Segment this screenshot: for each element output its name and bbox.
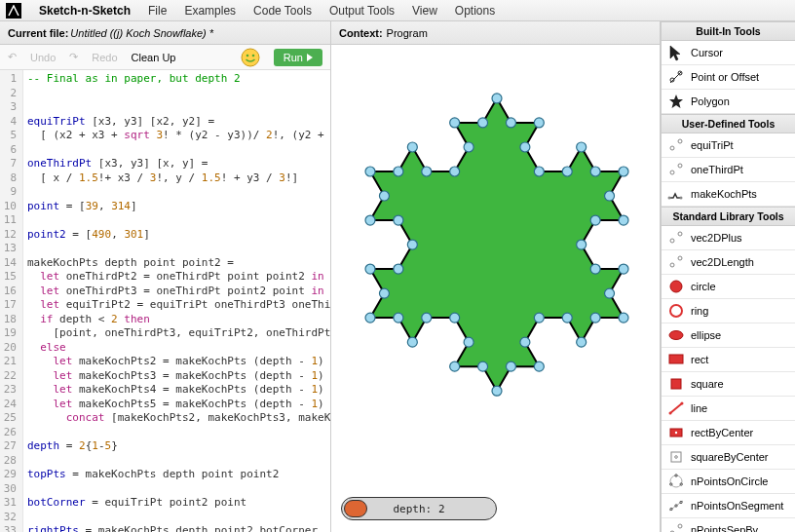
tool-vec2DLength[interactable]: vec2DLength [662,250,795,275]
tool-rect[interactable]: rect [662,348,795,372]
koch-vertex[interactable] [365,313,375,323]
depth-slider[interactable]: depth: 2 [341,497,497,520]
koch-vertex[interactable] [506,118,515,128]
tool-makeKochPts[interactable]: makeKochPts [662,182,795,207]
current-file-name: Untitled ((j) Koch Snowflake) * [70,27,213,39]
koch-vertex[interactable] [464,142,473,152]
koch-vertex[interactable] [534,361,544,371]
code-editor[interactable]: 1 2 3 4 5 6 7 8 9 10 11 12 13 14 15 16 1… [0,70,330,532]
koch-vertex[interactable] [590,264,600,274]
menu-output-tools[interactable]: Output Tools [329,4,395,18]
koch-vertex[interactable] [520,337,530,347]
koch-vertex[interactable] [605,288,615,298]
output-canvas[interactable]: depth: 2 [331,45,660,532]
koch-vertex[interactable] [394,215,403,225]
koch-vertex[interactable] [422,167,432,176]
context-label: Context: [339,27,383,39]
koch-vertex[interactable] [450,167,460,176]
tool-label: squareByCenter [691,451,769,463]
menu-options[interactable]: Options [455,4,495,18]
tool-rectByCenter[interactable]: rectByCenter [662,421,795,445]
editor-pane: Current file: Untitled ((j) Koch Snowfla… [0,21,331,532]
tool-square[interactable]: square [662,372,795,397]
polygon-icon [667,93,685,110]
koch-vertex[interactable] [590,313,600,323]
koch-vertex[interactable] [365,167,375,176]
koch-vertex[interactable] [534,167,544,176]
koch-vertex[interactable] [562,167,572,176]
svg-point-14 [670,263,674,267]
menu-file[interactable]: File [148,4,167,18]
tool-squareByCenter[interactable]: squareByCenter [662,445,795,470]
tool-label: ring [691,305,708,317]
koch-vertex[interactable] [619,167,628,176]
svg-point-2 [252,54,255,57]
koch-vertex[interactable] [407,337,417,347]
koch-vertex[interactable] [577,240,587,249]
tool-nPointsOnCircle[interactable]: nPointsOnCircle [662,470,795,494]
tool-oneThirdPt[interactable]: oneThirdPt [662,158,795,182]
tool-polygon[interactable]: Polygon [662,90,795,114]
svg-point-13 [678,232,682,236]
svg-line-21 [670,403,682,413]
koch-vertex[interactable] [450,118,460,128]
tool-line[interactable]: line [662,397,795,421]
redo-button[interactable]: Redo [92,52,117,63]
koch-vertex[interactable] [619,313,628,323]
menu-code-tools[interactable]: Code Tools [253,4,312,18]
koch-vertex[interactable] [506,361,515,371]
koch-vertex[interactable] [450,361,460,371]
koch-vertex[interactable] [407,142,417,152]
koch-vertex[interactable] [379,191,389,201]
koch-vertex[interactable] [365,264,375,274]
tool-equiTriPt[interactable]: equiTriPt [662,133,795,158]
tool-circle[interactable]: circle [662,275,795,299]
koch-vertex[interactable] [605,191,615,201]
koch-vertex[interactable] [590,167,600,176]
tool-label: ellipse [691,329,721,341]
koch-vertex[interactable] [562,313,572,323]
koch-vertex[interactable] [464,337,473,347]
run-button[interactable]: Run [274,49,322,66]
svg-point-6 [670,146,674,150]
tool-nPointsSepBy[interactable]: nPointsSepBy [662,518,795,532]
koch-vertex[interactable] [492,94,502,103]
tool-cursor[interactable]: Cursor [662,41,795,65]
undo-button[interactable]: Undo [30,52,56,63]
koch-vertex[interactable] [492,386,502,396]
cleanup-button[interactable]: Clean Up [132,52,176,63]
koch-vertex[interactable] [394,167,403,176]
menu-examples[interactable]: Examples [184,4,236,18]
koch-vertex[interactable] [590,215,600,225]
koch-vertex[interactable] [577,142,587,152]
tool-label: equiTriPt [691,139,734,151]
koch-vertex[interactable] [619,264,628,274]
koch-vertex[interactable] [379,288,389,298]
koch-vertex[interactable] [577,337,587,347]
menu-view[interactable]: View [412,4,437,18]
koch-vertex[interactable] [534,313,544,323]
koch-vertex[interactable] [534,118,544,128]
tool-ellipse[interactable]: ellipse [662,323,795,348]
tool-ring[interactable]: ring [662,299,795,323]
koch-vertex[interactable] [407,240,417,249]
koch-vertex[interactable] [394,264,403,274]
koch-vertex[interactable] [478,361,488,371]
svg-point-27 [675,456,678,459]
koch-vertex[interactable] [619,215,628,225]
koch-vertex[interactable] [450,313,460,323]
tool-point-or-offset[interactable]: Point or Offset [662,65,795,90]
koch-vertex[interactable] [520,142,530,152]
svg-line-32 [669,501,683,511]
koch-vertex[interactable] [478,118,488,128]
koch-vertex[interactable] [365,215,375,225]
tool-label: nPointsOnSegment [691,500,783,512]
tool-nPointsOnSegment[interactable]: nPointsOnSegment [662,494,795,518]
tool-label: square [691,378,724,390]
tool-label: line [691,402,707,414]
koch-vertex[interactable] [394,313,403,323]
tool-vec2DPlus[interactable]: vec2DPlus [662,226,795,250]
koch-vertex[interactable] [422,313,432,323]
squareByCenter-icon [667,448,685,466]
slider-knob[interactable] [344,500,367,517]
